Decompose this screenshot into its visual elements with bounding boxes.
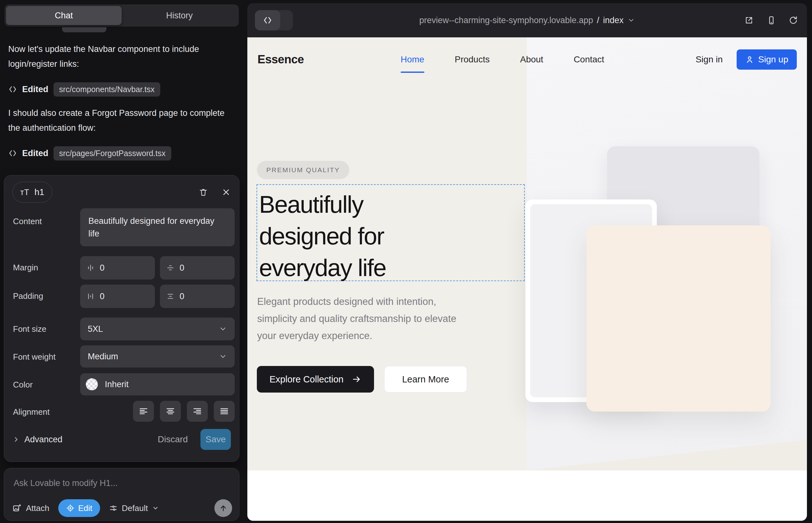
edited-file-row: Edited src/pages/ForgotPassword.tsx <box>8 146 171 161</box>
decorative-card-cream <box>586 226 771 412</box>
user-icon <box>745 55 754 64</box>
arrow-right-icon <box>352 375 361 384</box>
editor-header: тT h1 <box>12 182 231 203</box>
editor-footer: Advanced Discard Save <box>12 429 231 450</box>
url-separator: / <box>597 16 600 25</box>
margin-label: Margin <box>13 263 38 273</box>
padding-x-icon <box>86 292 95 301</box>
sign-in-link[interactable]: Sign in <box>695 54 723 65</box>
margin-x-field[interactable]: 0 <box>80 256 155 279</box>
refresh-icon[interactable] <box>789 16 798 25</box>
save-button[interactable]: Save <box>200 429 231 450</box>
attach-button[interactable]: Attach <box>12 503 49 513</box>
preview-window: preview--charming-site-symphony.lovable.… <box>247 3 807 521</box>
site-nav-links: Home Products About Contact <box>401 37 604 82</box>
color-value: Inherit <box>105 380 128 390</box>
chevron-right-icon <box>12 436 20 443</box>
site-viewport: Essence Home Products About Contact Sign… <box>247 37 807 521</box>
url-page: index <box>603 16 623 25</box>
chat-history-tabs: Chat History <box>4 4 239 26</box>
image-plus-icon <box>12 503 22 513</box>
scrolled-message-chip <box>62 27 106 32</box>
close-icon[interactable] <box>222 187 231 197</box>
edited-file-row: Edited src/components/Navbar.tsx <box>8 82 160 97</box>
chevron-down-icon <box>219 353 227 361</box>
margin-x-value: 0 <box>100 263 105 273</box>
advanced-toggle[interactable]: Advanced <box>12 435 63 445</box>
chevron-down-icon <box>219 325 227 333</box>
chevron-down-icon <box>152 505 159 511</box>
discard-button[interactable]: Discard <box>158 434 188 445</box>
hero-description: Elegant products designed with intention… <box>257 293 463 344</box>
nav-link-home[interactable]: Home <box>401 54 424 65</box>
font-size-select[interactable]: 5XL <box>80 318 235 340</box>
selected-h1-element[interactable]: Beautifully designed for everyday life <box>257 184 525 281</box>
file-chip[interactable]: src/components/Navbar.tsx <box>54 82 161 96</box>
edited-label: Edited <box>22 85 49 94</box>
premium-quality-badge: PREMIUM QUALITY <box>257 161 349 179</box>
auth-actions: Sign in Sign up <box>695 37 797 82</box>
tab-chat[interactable]: Chat <box>6 6 122 25</box>
edited-label: Edited <box>22 148 49 158</box>
preview-actions <box>744 3 798 37</box>
padding-y-icon <box>166 292 175 301</box>
element-tag-name: h1 <box>35 187 44 197</box>
content-field[interactable]: Beautifully designed for everyday life <box>80 208 235 246</box>
margin-x-icon <box>86 264 95 272</box>
target-icon <box>66 504 75 512</box>
hero-cta-row: Explore Collection Learn More <box>257 366 467 393</box>
margin-y-icon <box>166 264 175 272</box>
align-justify-button[interactable] <box>214 401 235 422</box>
code-icon <box>8 85 17 94</box>
sign-up-button[interactable]: Sign up <box>737 49 797 70</box>
chevron-down-icon <box>628 16 635 24</box>
padding-y-value: 0 <box>180 292 184 301</box>
code-icon <box>8 149 17 158</box>
color-field[interactable]: Inherit <box>80 373 235 395</box>
site-navbar: Essence Home Products About Contact Sign… <box>247 37 807 82</box>
alignment-buttons <box>80 401 235 422</box>
preview-toolbar: preview--charming-site-symphony.lovable.… <box>247 3 807 37</box>
nav-link-products[interactable]: Products <box>455 54 490 65</box>
align-right-button[interactable] <box>187 401 208 422</box>
tab-history[interactable]: History <box>122 6 237 25</box>
align-center-button[interactable] <box>160 401 181 422</box>
alignment-label: Alignment <box>13 407 50 417</box>
open-external-icon[interactable] <box>744 16 754 25</box>
file-chip[interactable]: src/pages/ForgotPassword.tsx <box>54 146 171 161</box>
padding-label: Padding <box>13 291 43 301</box>
selected-element-tag: тT h1 <box>12 182 52 203</box>
mobile-device-icon[interactable] <box>766 16 776 25</box>
chat-message: Now let's update the Navbar component to… <box>8 42 230 72</box>
site-logo[interactable]: Essence <box>258 37 304 82</box>
learn-more-button[interactable]: Learn More <box>384 366 467 393</box>
font-weight-select[interactable]: Medium <box>80 345 235 367</box>
chat-message: I should also create a Forgot Password p… <box>8 106 230 136</box>
padding-y-field[interactable]: 0 <box>160 285 235 308</box>
composer-input[interactable] <box>14 476 230 490</box>
margin-y-field[interactable]: 0 <box>160 256 235 279</box>
font-weight-value: Medium <box>88 352 118 362</box>
hero-heading: Beautifully designed for everyday life <box>259 189 459 284</box>
explore-collection-button[interactable]: Explore Collection <box>257 366 374 393</box>
element-editor-panel: тT h1 Content Beautifully designed for e… <box>4 175 240 462</box>
send-button[interactable] <box>214 499 232 517</box>
url-domain: preview--charming-site-symphony.lovable.… <box>419 16 593 25</box>
content-label: Content <box>13 217 42 227</box>
font-size-value: 5XL <box>88 324 103 334</box>
edit-mode-button[interactable]: Edit <box>58 499 100 517</box>
chat-sidebar: Chat History Now let's update the Navbar… <box>0 0 247 523</box>
chat-composer: Attach Edit Default <box>4 468 240 521</box>
url-bar[interactable]: preview--charming-site-symphony.lovable.… <box>247 3 807 37</box>
typography-icon: тT <box>20 188 30 197</box>
padding-x-field[interactable]: 0 <box>80 285 155 308</box>
margin-y-value: 0 <box>180 263 184 273</box>
trash-icon[interactable] <box>198 187 208 197</box>
align-left-button[interactable] <box>133 401 154 422</box>
nav-link-contact[interactable]: Contact <box>573 54 604 65</box>
font-weight-label: Font weight <box>13 352 55 362</box>
color-swatch-icon <box>86 378 98 390</box>
mode-select[interactable]: Default <box>109 503 159 513</box>
nav-link-about[interactable]: About <box>520 54 543 65</box>
sliders-icon <box>109 504 118 512</box>
